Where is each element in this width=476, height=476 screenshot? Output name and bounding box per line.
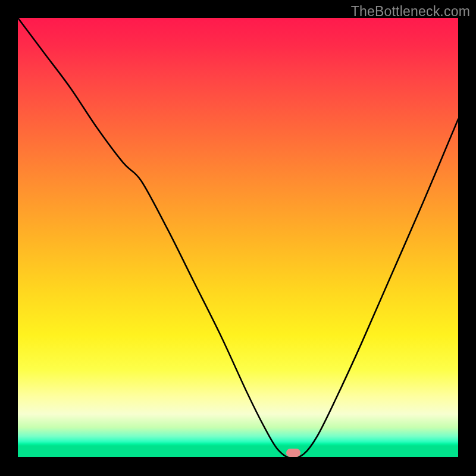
bottleneck-curve: [18, 18, 458, 458]
plot-area: [18, 18, 458, 458]
chart-frame: TheBottleneck.com: [0, 0, 476, 476]
x-axis-baseline: [18, 457, 458, 458]
valley-marker: [286, 449, 300, 457]
watermark-text: TheBottleneck.com: [351, 4, 470, 20]
